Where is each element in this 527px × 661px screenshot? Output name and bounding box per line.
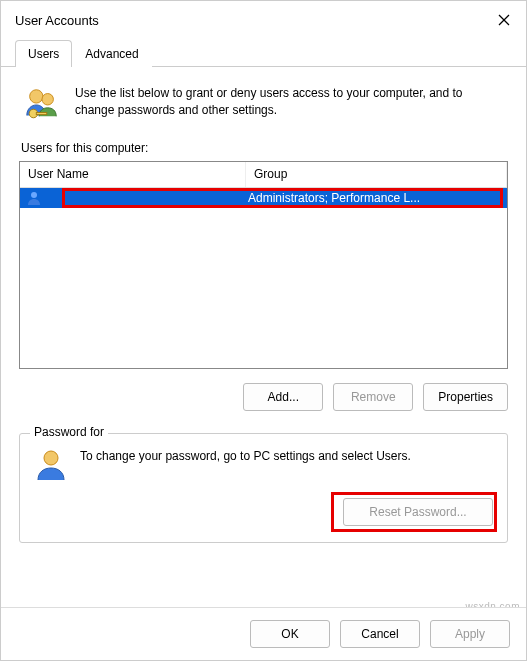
intro-text: Use the list below to grant or deny user…: [75, 85, 504, 123]
column-group[interactable]: Group: [246, 162, 507, 187]
remove-button[interactable]: Remove: [333, 383, 413, 411]
list-buttons: Add... Remove Properties: [19, 383, 508, 411]
close-icon: [498, 14, 510, 26]
user-accounts-window: User Accounts Users Advanced Use the lis…: [0, 0, 527, 661]
cancel-button[interactable]: Cancel: [340, 620, 420, 648]
tab-panel-users: Use the list below to grant or deny user…: [1, 67, 526, 557]
add-button[interactable]: Add...: [243, 383, 323, 411]
svg-point-6: [31, 192, 37, 198]
svg-point-3: [42, 94, 53, 105]
users-icon: [23, 85, 61, 123]
svg-rect-5: [36, 113, 46, 115]
dialog-footer: OK Cancel Apply: [1, 607, 526, 660]
list-row[interactable]: Administrators; Performance L...: [20, 188, 507, 208]
password-group: Password for To change your password, go…: [19, 433, 508, 543]
close-button[interactable]: [494, 10, 514, 30]
list-header: User Name Group: [20, 162, 507, 188]
apply-button[interactable]: Apply: [430, 620, 510, 648]
svg-point-2: [30, 90, 43, 103]
user-icon: [26, 190, 42, 206]
tab-bar: Users Advanced: [1, 39, 526, 67]
reset-password-button[interactable]: Reset Password...: [343, 498, 493, 526]
ok-button[interactable]: OK: [250, 620, 330, 648]
row-group: Administrators; Performance L...: [246, 191, 507, 205]
password-legend: Password for: [30, 425, 108, 439]
column-username[interactable]: User Name: [20, 162, 246, 187]
titlebar: User Accounts: [1, 1, 526, 39]
users-list-label: Users for this computer:: [21, 141, 508, 155]
intro-block: Use the list below to grant or deny user…: [19, 85, 508, 123]
tab-users[interactable]: Users: [15, 40, 72, 67]
password-user-icon: [34, 448, 68, 482]
properties-button[interactable]: Properties: [423, 383, 508, 411]
svg-point-7: [44, 451, 58, 465]
users-list[interactable]: User Name Group Administrators; Performa…: [19, 161, 508, 369]
password-text: To change your password, go to PC settin…: [80, 448, 411, 482]
tab-advanced[interactable]: Advanced: [72, 40, 151, 67]
window-title: User Accounts: [15, 13, 99, 28]
